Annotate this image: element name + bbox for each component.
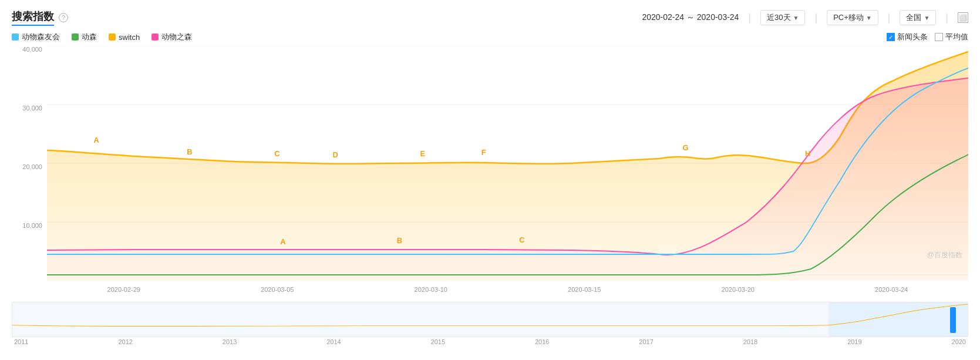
legend-dot-switch bbox=[109, 33, 116, 41]
date-range: 2020-02-24 ～ 2020-03-24 bbox=[642, 12, 739, 23]
region-dropdown[interactable]: 全国 ▼ bbox=[900, 10, 936, 25]
legend-dot-dongsen bbox=[72, 33, 79, 41]
y-label-30000: 30,000 bbox=[22, 105, 42, 112]
legend-item-dongwu-zhusen: 动物之森 bbox=[151, 32, 192, 42]
mini-chart-svg bbox=[12, 302, 968, 337]
legend-item-dongwu-senyouhui: 动物森友会 bbox=[12, 32, 60, 42]
separator-1: | bbox=[748, 12, 751, 24]
region-arrow: ▼ bbox=[924, 15, 930, 21]
svg-text:F: F bbox=[481, 148, 486, 157]
device-label: PC+移动 bbox=[833, 12, 864, 23]
y-axis: 40,000 30,000 20,000 10,000 bbox=[12, 46, 47, 281]
help-icon[interactable]: ? bbox=[59, 13, 68, 22]
title-section: 搜索指数 ? bbox=[12, 9, 68, 26]
svg-text:C: C bbox=[519, 235, 524, 244]
y-label-40000: 40,000 bbox=[22, 46, 42, 53]
device-dropdown[interactable]: PC+移动 ▼ bbox=[827, 10, 878, 25]
checkbox-news-label: 新闻头条 bbox=[897, 32, 928, 42]
mini-x-2011: 2011 bbox=[14, 338, 28, 345]
watermark: @百度指数 bbox=[927, 250, 962, 260]
x-axis: 2020-02-29 2020-03-05 2020-03-10 2020-03… bbox=[47, 281, 968, 298]
svg-text:B: B bbox=[397, 236, 402, 245]
svg-text:B: B bbox=[187, 147, 192, 156]
external-link-icon[interactable]: ⬜ bbox=[958, 12, 968, 23]
svg-text:H: H bbox=[805, 149, 810, 158]
separator-4: | bbox=[945, 12, 948, 24]
mini-x-2019: 2019 bbox=[847, 338, 861, 345]
checkbox-average-box[interactable] bbox=[935, 33, 943, 41]
range-selector: 2011 2012 2013 2014 2015 2016 2017 2018 … bbox=[12, 300, 968, 345]
svg-rect-16 bbox=[829, 302, 968, 337]
svg-text:A: A bbox=[93, 136, 99, 144]
checkbox-group: ✓ 新闻头条 平均值 bbox=[887, 32, 968, 42]
mini-x-axis: 2011 2012 2013 2014 2015 2016 2017 2018 … bbox=[12, 338, 968, 345]
separator-2: | bbox=[814, 12, 817, 24]
legend-item-switch: switch bbox=[109, 33, 140, 42]
checkbox-average-label: 平均值 bbox=[945, 32, 968, 42]
mini-chart[interactable] bbox=[12, 302, 968, 337]
mini-x-2014: 2014 bbox=[326, 338, 341, 345]
checkbox-news-box[interactable]: ✓ bbox=[887, 33, 895, 41]
x-label-0320: 2020-03-20 bbox=[722, 286, 755, 293]
x-label-0310: 2020-03-10 bbox=[415, 286, 447, 293]
period-arrow: ▼ bbox=[793, 15, 799, 21]
checkbox-news[interactable]: ✓ 新闻头条 bbox=[887, 32, 928, 42]
checkbox-average[interactable]: 平均值 bbox=[935, 32, 968, 42]
mini-x-2012: 2012 bbox=[118, 338, 132, 345]
legend-label-dongwu-senyouhui: 动物森友会 bbox=[22, 32, 60, 42]
legend-label-dongsen: 动森 bbox=[82, 32, 97, 42]
chart-svg: A B C D E F G H A B C bbox=[47, 46, 968, 281]
y-label-20000: 20,000 bbox=[22, 163, 42, 170]
legend-label-dongwu-zhisen: 动物之森 bbox=[161, 32, 192, 42]
period-label: 近30天 bbox=[767, 12, 790, 23]
controls-section: 2020-02-24 ～ 2020-03-24 | 近30天 ▼ | PC+移动… bbox=[642, 10, 968, 25]
mini-x-2017: 2017 bbox=[639, 338, 653, 345]
svg-text:C: C bbox=[274, 149, 279, 158]
x-label-0324: 2020-03-24 bbox=[875, 286, 908, 293]
chart-body: A B C D E F G H A B C @百度指数 bbox=[47, 46, 968, 281]
period-dropdown[interactable]: 近30天 ▼ bbox=[760, 10, 805, 25]
legend-item-dongsen: 动森 bbox=[72, 32, 97, 42]
svg-text:D: D bbox=[333, 150, 338, 159]
mini-x-2016: 2016 bbox=[535, 338, 549, 345]
separator-3: | bbox=[888, 12, 891, 24]
header-row: 搜索指数 ? 2020-02-24 ～ 2020-03-24 | 近30天 ▼ … bbox=[12, 9, 968, 26]
svg-text:G: G bbox=[682, 143, 688, 152]
legend-dot-dongwu-zhisen bbox=[151, 33, 159, 41]
mini-x-2013: 2013 bbox=[223, 338, 237, 345]
svg-text:A: A bbox=[280, 237, 285, 246]
x-label-0229: 2020-02-29 bbox=[107, 286, 140, 293]
main-chart: 40,000 30,000 20,000 10,000 bbox=[12, 46, 968, 298]
legend-row: 动物森友会 动森 switch 动物之森 ✓ 新闻头条 平均值 bbox=[12, 32, 968, 42]
mini-x-2018: 2018 bbox=[743, 338, 757, 345]
svg-text:E: E bbox=[420, 149, 426, 158]
legend-label-switch: switch bbox=[119, 33, 140, 42]
page-title: 搜索指数 bbox=[12, 9, 54, 26]
mini-x-2020: 2020 bbox=[952, 338, 966, 345]
mini-x-2015: 2015 bbox=[431, 338, 445, 345]
x-label-0315: 2020-03-15 bbox=[568, 286, 601, 293]
scroll-handle[interactable] bbox=[950, 307, 956, 333]
y-label-10000: 10,000 bbox=[22, 222, 42, 229]
x-label-0305: 2020-03-05 bbox=[261, 286, 294, 293]
device-arrow: ▼ bbox=[866, 15, 872, 21]
legend-dot-dongwu-senyouhui bbox=[12, 33, 19, 41]
region-label: 全国 bbox=[906, 12, 921, 23]
